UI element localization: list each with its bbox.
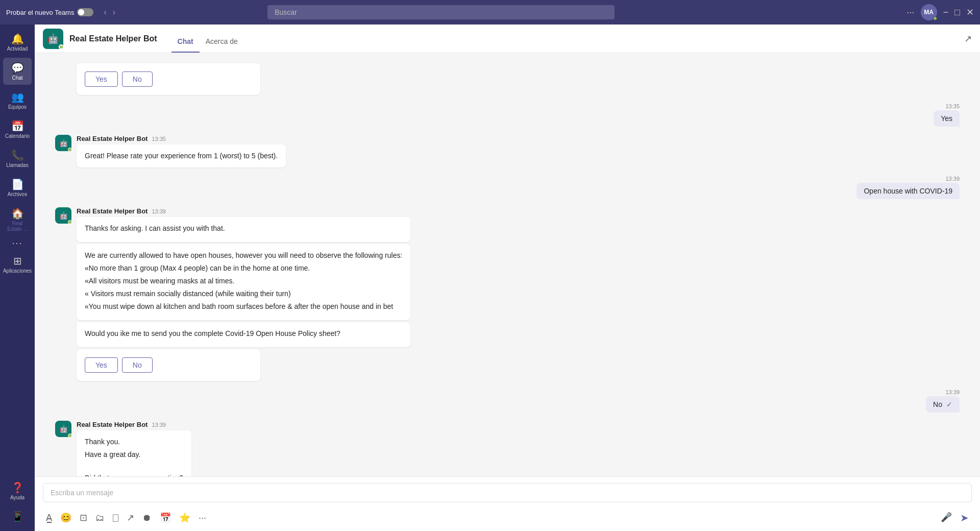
- header-right: ↗: [964, 33, 972, 44]
- sidebar-label-calendario: Calendario: [5, 133, 30, 139]
- praise-icon[interactable]: ⭐: [176, 509, 193, 526]
- sidebar-mobile-icon[interactable]: 📱: [3, 506, 32, 527]
- schedule-icon[interactable]: 📅: [157, 509, 174, 526]
- sidebar-more-dots[interactable]: ···: [12, 238, 22, 249]
- mobile-icon: 📱: [11, 511, 24, 523]
- user-text-2: Yes: [941, 114, 952, 123]
- emoji-icon[interactable]: 😊: [57, 509, 75, 526]
- sidebar-item-calendario[interactable]: 📅 Calendario: [3, 116, 32, 143]
- yes-button-1[interactable]: Yes: [85, 71, 118, 87]
- user-message-wrapper-4: 13:39 Open house with COVID-19: [856, 176, 960, 199]
- nav-forward[interactable]: ›: [111, 6, 117, 19]
- sidebar-item-aplicaciones[interactable]: ⊞ Aplicaciones: [3, 251, 32, 278]
- message-group-2: 13:35 Yes: [55, 103, 960, 127]
- audio-icon[interactable]: 🎤: [938, 509, 955, 527]
- try-new-teams-toggle[interactable]: Probar el nuevo Teams: [6, 8, 93, 16]
- no-button-1[interactable]: No: [122, 71, 153, 87]
- bot-bubble-3: Great! Please rate your experience from …: [77, 144, 286, 167]
- title-bar-left: Probar el nuevo Teams ‹ ›: [6, 6, 118, 19]
- chat-title: Real Estate Helper Bot: [69, 34, 157, 43]
- bot-sender-info-7: Real Estate Helper Bot 13:39: [77, 421, 191, 428]
- bot-avatar-status-3: [68, 148, 72, 152]
- sidebar-label-ayuda: Ayuda: [10, 495, 24, 500]
- sidebar-item-llamadas[interactable]: 📞 Llamadas: [3, 145, 32, 172]
- yn-card-5: Yes No: [77, 349, 260, 381]
- chat-tabs: Chat Acerca de: [172, 25, 244, 53]
- no-button-5[interactable]: No: [122, 357, 153, 373]
- bot-did-answer: Did that answer your question?: [85, 473, 183, 476]
- yn-card-1: Yes No: [77, 63, 260, 95]
- yn-buttons-5: Yes No: [85, 357, 252, 373]
- sidebar-label-aplicaciones: Aplicaciones: [3, 268, 32, 274]
- sidebar-item-equipos[interactable]: 👥 Equipos: [3, 87, 32, 114]
- bot-avatar-5: 🤖: [55, 207, 71, 224]
- nav-arrows: ‹ ›: [102, 6, 117, 19]
- format-icon[interactable]: A̲: [43, 509, 55, 526]
- bot-sender-name-7: Real Estate Helper Bot: [77, 421, 148, 428]
- message-group-1: Yes No: [55, 63, 960, 95]
- sidebar-item-archivos[interactable]: 📄 Archivos: [3, 174, 32, 201]
- bot-message-content-3: Real Estate Helper Bot 13:35 Great! Plea…: [77, 135, 286, 167]
- more-options-icon[interactable]: ···: [907, 7, 915, 18]
- tab-acercade[interactable]: Acerca de: [200, 25, 244, 53]
- sidebar-label-equipos: Equipos: [8, 104, 27, 110]
- maximize-icon[interactable]: □: [954, 7, 960, 18]
- loop-icon[interactable]: ↗: [124, 509, 137, 526]
- message-input[interactable]: [43, 483, 972, 502]
- sidebar-label-actividad: Actividad: [7, 46, 28, 52]
- chat-header: 🤖 Real Estate Helper Bot Chat Acerca de …: [35, 25, 980, 53]
- user-bubble-2: Yes: [934, 110, 960, 127]
- sticker-icon[interactable]: 🗂: [92, 510, 108, 526]
- help-icon: ❓: [11, 481, 24, 494]
- user-message-row-2: 13:35 Yes: [55, 103, 960, 127]
- close-icon[interactable]: ✕: [966, 7, 974, 18]
- bot-question-text-5: Would you ike me to send you the complet…: [85, 328, 402, 339]
- search-bar[interactable]: [267, 5, 615, 19]
- bot-avatar-status-7: [68, 433, 72, 438]
- bot-message-time-7: 13:39: [152, 422, 166, 428]
- sidebar-item-ayuda[interactable]: ❓ Ayuda: [3, 477, 32, 504]
- bot-message-row-3: 🤖 Real Estate Helper Bot 13:35 Great! Pl…: [55, 135, 960, 167]
- minimize-icon[interactable]: −: [943, 7, 949, 18]
- bot-avatar-header: 🤖: [43, 29, 63, 49]
- expand-icon[interactable]: ↗: [964, 33, 972, 44]
- search-input[interactable]: [267, 5, 615, 19]
- message-group-6: 13:39 No ✓: [55, 389, 960, 413]
- bot-sender-name-3: Real Estate Helper Bot: [77, 135, 148, 142]
- messages-area[interactable]: Yes No 13:35 Yes: [35, 53, 980, 476]
- bot-rule-2: «All visitors must be wearing masks at a…: [85, 276, 402, 286]
- message-group-3: 🤖 Real Estate Helper Bot 13:35 Great! Pl…: [55, 135, 960, 167]
- send-button[interactable]: ➤: [957, 509, 972, 527]
- sidebar-item-real-estate[interactable]: 🏠 Real Estate ...: [3, 203, 32, 236]
- bot-sender-info-5: Real Estate Helper Bot 13:39: [77, 207, 410, 215]
- tab-chat[interactable]: Chat: [172, 25, 200, 53]
- user-avatar[interactable]: MA: [921, 4, 937, 20]
- bot-rule-4: «You must wipe down al kitchen and bath …: [85, 301, 402, 312]
- yes-button-5[interactable]: Yes: [85, 357, 118, 373]
- bot-bubble-5: Thanks for asking. I can assist you with…: [77, 217, 410, 242]
- bot-intro-5: Thanks for asking. I can assist you with…: [85, 223, 402, 234]
- bot-rule-3: « Visitors must remain socially distance…: [85, 288, 402, 299]
- attach-icon[interactable]: ⎕: [110, 510, 121, 526]
- record-icon[interactable]: ⏺: [139, 510, 155, 526]
- user-time-6: 13:39: [945, 389, 960, 395]
- sidebar-item-chat[interactable]: 💬 Chat: [3, 58, 32, 85]
- apps-icon: ⊞: [13, 255, 22, 267]
- main-layout: 🔔 Actividad 💬 Chat 👥 Equipos 📅 Calendari…: [0, 25, 980, 531]
- user-text-6: No: [933, 400, 942, 408]
- gif-icon[interactable]: ⊡: [77, 509, 90, 526]
- bot-rule-0: We are currently allowed to have open ho…: [85, 250, 402, 261]
- bot-message-row-5: 🤖 Real Estate Helper Bot 13:39 Thanks fo…: [55, 207, 960, 381]
- user-bubble-4: Open house with COVID-19: [856, 183, 960, 199]
- toggle-switch[interactable]: [77, 8, 93, 16]
- nav-back[interactable]: ‹: [102, 6, 108, 19]
- yn-buttons-1: Yes No: [85, 71, 252, 87]
- bot-bubble-7: Thank you. Have a great day. Did that an…: [77, 430, 191, 476]
- bot-status-dot: [59, 44, 64, 50]
- bot-text-3: Great! Please rate your experience from …: [85, 152, 278, 160]
- bot-sender-name-5: Real Estate Helper Bot: [77, 207, 148, 215]
- more-toolbar-icon[interactable]: ···: [195, 510, 209, 526]
- bot-rules-bubble-5: We are currently allowed to have open ho…: [77, 244, 410, 320]
- bot-sender-info-3: Real Estate Helper Bot 13:35: [77, 135, 286, 142]
- sidebar-item-actividad[interactable]: 🔔 Actividad: [3, 29, 32, 56]
